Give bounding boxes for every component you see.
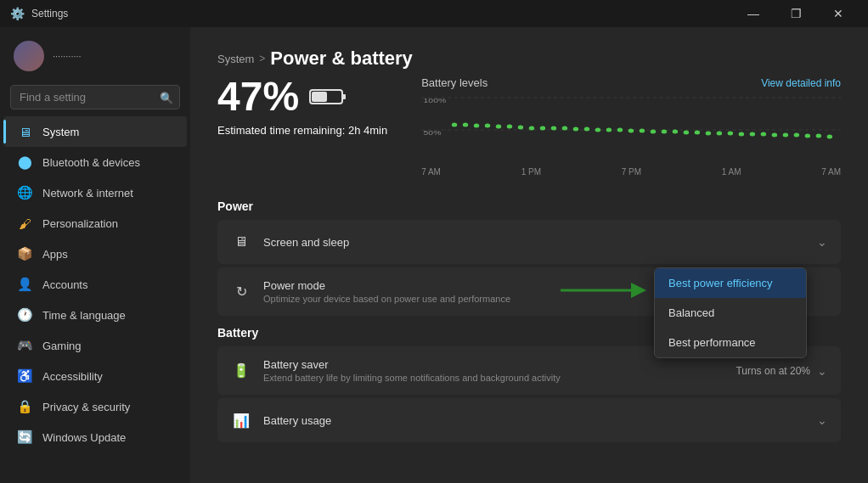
svg-point-27 <box>673 130 678 134</box>
app-title: Settings <box>31 8 68 20</box>
user-profile[interactable]: ··········· <box>0 34 190 81</box>
svg-point-34 <box>750 132 755 137</box>
screen-sleep-row[interactable]: 🖥 Screen and sleep ⌄ <box>217 220 841 264</box>
sidebar-item-system[interactable]: 🖥 System <box>3 116 187 147</box>
svg-point-35 <box>761 132 766 137</box>
svg-point-13 <box>518 126 523 130</box>
sidebar-item-network[interactable]: 🌐 Network & internet <box>3 177 187 208</box>
svg-point-39 <box>805 134 810 138</box>
app-icon: ⚙️ <box>10 7 25 20</box>
battery-percent-display: 47% <box>217 76 387 117</box>
svg-point-41 <box>827 135 832 139</box>
svg-rect-1 <box>342 94 346 99</box>
battery-status-area: 47% Estimated time remaining: 2h 4min Ba… <box>217 76 841 179</box>
title-bar: ⚙️ Settings — ❐ ✕ <box>0 0 868 27</box>
sidebar-label-system: System <box>42 126 79 138</box>
svg-point-19 <box>584 127 589 132</box>
sidebar-label-personalization: Personalization <box>42 217 118 230</box>
sidebar-item-bluetooth[interactable]: ⬤ Bluetooth & devices <box>3 147 187 177</box>
svg-point-31 <box>717 132 722 136</box>
svg-point-7 <box>452 123 457 127</box>
time-label-2: 7 PM <box>622 167 641 177</box>
sidebar-item-accounts[interactable]: 👤 Accounts <box>3 269 187 300</box>
sidebar-label-apps: Apps <box>42 248 68 261</box>
svg-point-17 <box>562 126 567 131</box>
main-content: System > Power & battery 47% Estimated t… <box>190 27 868 483</box>
sidebar-item-accessibility[interactable]: ♿ Accessibility <box>3 361 187 391</box>
sidebar-label-time: Time & language <box>42 309 126 322</box>
sidebar-item-personalization[interactable]: 🖌 Personalization <box>3 208 187 239</box>
battery-estimate-value: 2h 4min <box>348 124 387 137</box>
chart-detail-link[interactable]: View detailed info <box>761 77 841 89</box>
svg-point-18 <box>573 127 578 132</box>
svg-rect-2 <box>312 92 327 102</box>
breadcrumb: System > Power & battery <box>217 48 841 70</box>
screen-sleep-label: Screen and sleep <box>263 236 805 249</box>
svg-point-16 <box>551 126 556 131</box>
search-input[interactable] <box>10 85 180 110</box>
sidebar-item-apps[interactable]: 📦 Apps <box>3 239 187 269</box>
sidebar-item-privacy[interactable]: 🔒 Privacy & security <box>3 391 187 422</box>
power-mode-dropdown: Best power efficiency Balanced Best perf… <box>654 267 807 358</box>
chart-header: Battery levels View detailed info <box>421 76 841 89</box>
battery-usage-row[interactable]: 📊 Battery usage ⌄ <box>217 398 841 442</box>
sidebar-item-time[interactable]: 🕐 Time & language <box>3 300 187 330</box>
maximize-button[interactable]: ❐ <box>776 0 815 27</box>
privacy-icon: 🔒 <box>17 399 32 414</box>
svg-point-21 <box>606 128 612 132</box>
svg-point-23 <box>628 129 634 133</box>
update-icon: 🔄 <box>17 430 32 445</box>
sidebar-item-gaming[interactable]: 🎮 Gaming <box>3 330 187 361</box>
power-mode-icon: ↻ <box>231 282 251 302</box>
breadcrumb-parent[interactable]: System <box>217 53 254 65</box>
time-label-3: 1 AM <box>722 167 741 177</box>
battery-usage-label: Battery usage <box>263 414 805 427</box>
sidebar: ··········· 🔍 🖥 System ⬤ Bluetooth & dev… <box>0 27 190 483</box>
svg-text:50%: 50% <box>424 129 442 137</box>
battery-usage-chevron: ⌄ <box>817 413 827 427</box>
svg-point-29 <box>695 131 700 135</box>
battery-chart-area: Battery levels View detailed info 100% 5… <box>421 76 841 179</box>
chart-svg: 100% 50% <box>421 94 841 162</box>
svg-point-10 <box>485 124 490 128</box>
battery-usage-card: 📊 Battery usage ⌄ <box>217 398 841 442</box>
svg-point-30 <box>706 132 711 136</box>
chart-time-labels: 7 AM 1 PM 7 PM 1 AM 7 AM <box>421 167 841 177</box>
title-bar-left: ⚙️ Settings <box>10 7 68 20</box>
arrow-indicator <box>552 278 654 306</box>
svg-point-25 <box>651 130 656 134</box>
dropdown-item-performance[interactable]: Best performance <box>655 328 806 357</box>
sidebar-item-update[interactable]: 🔄 Windows Update <box>3 422 187 452</box>
dropdown-item-balanced[interactable]: Balanced <box>655 298 806 328</box>
arrow-svg <box>552 278 654 303</box>
svg-point-22 <box>617 128 623 132</box>
time-label-1: 1 PM <box>521 167 541 177</box>
close-button[interactable]: ✕ <box>819 0 858 27</box>
minimize-button[interactable]: — <box>734 0 773 27</box>
svg-point-37 <box>783 133 788 138</box>
time-label-0: 7 AM <box>421 167 441 177</box>
chart-title: Battery levels <box>421 76 488 89</box>
svg-point-12 <box>507 125 512 129</box>
apps-icon: 📦 <box>17 246 32 261</box>
time-label-4: 7 AM <box>821 167 841 177</box>
battery-percent-value: 47% <box>217 76 299 117</box>
breadcrumb-current: Power & battery <box>270 48 413 70</box>
dropdown-item-efficiency[interactable]: Best power efficiency <box>655 268 806 298</box>
svg-point-24 <box>640 129 645 133</box>
svg-point-14 <box>529 126 534 131</box>
battery-estimate: Estimated time remaining: 2h 4min <box>217 124 387 137</box>
app-body: ··········· 🔍 🖥 System ⬤ Bluetooth & dev… <box>0 27 868 483</box>
power-mode-row[interactable]: ↻ Power mode Optimize your device based … <box>217 267 841 316</box>
bluetooth-icon: ⬤ <box>17 154 32 170</box>
battery-chart: 100% 50% <box>421 94 841 179</box>
sidebar-label-update: Windows Update <box>42 431 126 444</box>
svg-text:100%: 100% <box>424 97 447 104</box>
svg-point-32 <box>728 132 733 136</box>
network-icon: 🌐 <box>17 185 32 200</box>
battery-icon <box>309 87 347 107</box>
search-icon: 🔍 <box>160 91 173 104</box>
accessibility-icon: ♿ <box>17 368 32 384</box>
svg-point-33 <box>739 132 744 137</box>
time-icon: 🕐 <box>17 307 32 323</box>
